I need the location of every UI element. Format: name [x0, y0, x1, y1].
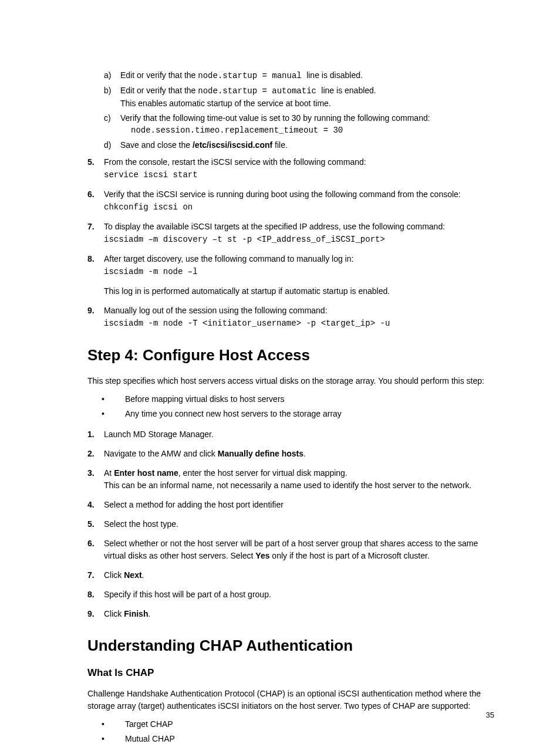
list-marker: 6.: [87, 537, 104, 562]
list-marker: 7.: [87, 221, 104, 246]
list-item: •Mutual CHAP: [87, 733, 494, 745]
list-marker: 5.: [87, 518, 104, 530]
code: service iscsi start: [104, 170, 198, 180]
list-marker: 5.: [87, 156, 104, 181]
list-marker: 2.: [87, 448, 104, 460]
bullet-icon: •: [87, 393, 125, 405]
heading-what-is-chap: What Is CHAP: [87, 665, 494, 681]
text: .: [142, 570, 144, 580]
text: Select the host type.: [104, 518, 494, 530]
bold-text: Manually define hosts: [218, 449, 303, 458]
sub-ordered-list: a) Edit or verify that the node.startup …: [87, 69, 494, 151]
main-ordered-list: 5. From the console, restart the iSCSI s…: [87, 156, 494, 330]
list-marker: 8.: [87, 253, 104, 297]
text: .: [148, 609, 150, 618]
list-item: 8. After target discovery, use the follo…: [87, 253, 494, 297]
text: only if the host is part of a Microsoft …: [269, 551, 429, 560]
text: Click: [104, 609, 124, 618]
list-item: •Target CHAP: [87, 718, 494, 731]
list-item: 3.At Enter host name, enter the host ser…: [87, 467, 494, 492]
text: Click: [104, 570, 124, 580]
list-marker: 1.: [87, 428, 104, 441]
list-item: 4.Select a method for adding the host po…: [87, 499, 494, 511]
text: , enter the host server for virtual disk…: [178, 468, 348, 478]
bullet-icon: •: [87, 733, 125, 745]
list-item: b) Edit or verify that the node.startup …: [104, 84, 494, 110]
text: Verify that the iSCSI service is running…: [104, 190, 461, 199]
list-item: 7.Click Next.: [87, 569, 494, 581]
text: line is enabled.: [321, 86, 376, 95]
list-marker: 9.: [87, 608, 104, 620]
list-marker: 9.: [87, 305, 104, 330]
code: iscsiadm –m discovery –t st -p <IP_addre…: [104, 235, 385, 244]
list-item: 9. Manually log out of the session using…: [87, 305, 494, 330]
list-item: c) Verify that the following time-out va…: [104, 112, 494, 137]
code: iscsiadm -m node –l: [104, 267, 198, 276]
list-item: 1.Launch MD Storage Manager.: [87, 428, 494, 441]
code: node.startup = manual: [198, 71, 306, 80]
bullet-icon: •: [87, 718, 125, 731]
list-marker: c): [104, 112, 120, 137]
text: Specify if this host will be part of a h…: [104, 589, 494, 601]
bold-text: Next: [124, 570, 141, 580]
text: Launch MD Storage Manager.: [104, 428, 494, 441]
text: Before mapping virtual disks to host ser…: [125, 393, 285, 405]
bold-text: Enter host name: [114, 468, 178, 478]
text: Edit or verify that the: [120, 86, 198, 95]
chap-bullet-list: •Target CHAP •Mutual CHAP: [87, 718, 494, 745]
bold-text: Yes: [255, 551, 269, 560]
list-item: 8.Specify if this host will be part of a…: [87, 589, 494, 601]
text: Any time you connect new host servers to…: [125, 408, 342, 420]
text: From the console, restart the iSCSI serv…: [104, 157, 366, 167]
text: This log in is performed automatically a…: [104, 285, 494, 297]
heading-step4: Step 4: Configure Host Access: [87, 344, 494, 367]
code: chkconfig iscsi on: [104, 202, 193, 212]
heading-chap: Understanding CHAP Authentication: [87, 634, 494, 657]
text: This can be an informal name, not necess…: [104, 481, 471, 490]
step4-ordered-list: 1.Launch MD Storage Manager. 2.Navigate …: [87, 428, 494, 620]
text: Navigate to the AMW and click: [104, 449, 218, 458]
code: iscsiadm -m node -T <initiator_username>…: [104, 319, 390, 328]
text: Target CHAP: [125, 718, 173, 731]
text: Save and close the: [120, 140, 193, 150]
bold-text: Finish: [124, 609, 148, 618]
list-item: 6. Verify that the iSCSI service is runn…: [87, 188, 494, 214]
list-item: 5. From the console, restart the iSCSI s…: [87, 156, 494, 181]
list-marker: 8.: [87, 589, 104, 601]
list-marker: 4.: [87, 499, 104, 511]
list-item: 2.Navigate to the AMW and click Manually…: [87, 448, 494, 460]
bullet-list: •Before mapping virtual disks to host se…: [87, 393, 494, 420]
list-item: •Any time you connect new host servers t…: [87, 408, 494, 420]
text: After target discovery, use the followin…: [104, 254, 353, 263]
list-item: 6.Select whether or not the host server …: [87, 537, 494, 562]
text: To display the available iSCSI targets a…: [104, 222, 445, 231]
paragraph: Challenge Handshake Authentication Proto…: [87, 688, 494, 712]
list-item: a) Edit or verify that the node.startup …: [104, 69, 494, 82]
text: This enables automatic startup of the se…: [120, 99, 331, 108]
text: file.: [272, 140, 288, 150]
list-item: d) Save and close the /etc/iscsi/iscsid.…: [104, 139, 494, 151]
text: .: [303, 449, 306, 458]
list-marker: 3.: [87, 467, 104, 492]
list-marker: b): [104, 84, 120, 110]
document-page: a) Edit or verify that the node.startup …: [0, 0, 560, 744]
text: Mutual CHAP: [125, 733, 175, 745]
paragraph: This step specifies which host servers a…: [87, 375, 494, 387]
bold-text: /etc/iscsi/iscsid.conf: [193, 140, 272, 150]
text: Edit or verify that the: [120, 70, 198, 80]
list-item: 9.Click Finish.: [87, 608, 494, 620]
page-number: 35: [486, 709, 494, 721]
text: At: [104, 468, 114, 478]
text: line is disabled.: [306, 70, 363, 80]
list-marker: 6.: [87, 188, 104, 214]
list-marker: d): [104, 139, 120, 151]
list-item: 5.Select the host type.: [87, 518, 494, 530]
bullet-icon: •: [87, 408, 125, 420]
code: node.session.timeo.replacement_timeout =…: [120, 124, 494, 137]
list-marker: a): [104, 69, 120, 82]
list-item: •Before mapping virtual disks to host se…: [87, 393, 494, 405]
code: node.startup = automatic: [198, 86, 321, 96]
list-item: 7. To display the available iSCSI target…: [87, 221, 494, 246]
list-marker: 7.: [87, 569, 104, 581]
text: Manually log out of the session using th…: [104, 306, 328, 315]
